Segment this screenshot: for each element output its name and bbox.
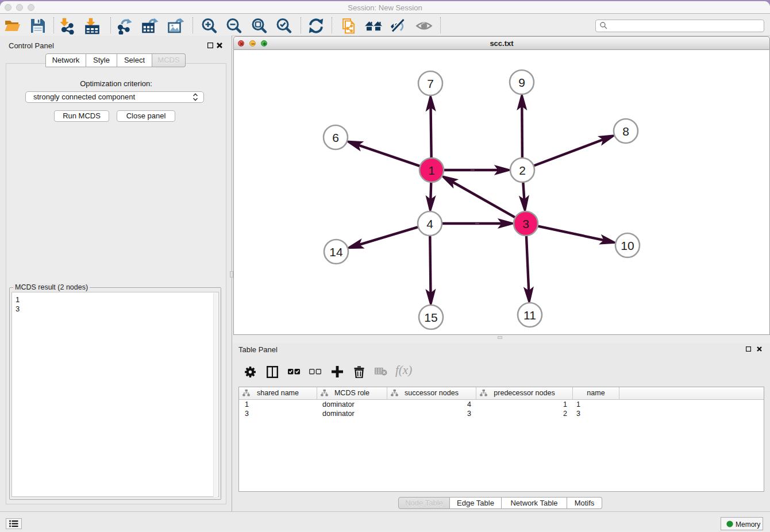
svg-text:7: 7 [427,77,434,90]
svg-text:6: 6 [332,131,339,144]
svg-text:10: 10 [621,239,634,252]
svg-text:4: 4 [426,217,433,230]
svg-text:3: 3 [522,217,529,230]
svg-text:11: 11 [523,309,536,322]
svg-text:14: 14 [329,245,343,259]
svg-text:2: 2 [519,164,526,177]
svg-text:8: 8 [622,125,629,138]
svg-text:1: 1 [428,164,435,177]
svg-text:15: 15 [424,311,437,324]
svg-text:9: 9 [518,76,525,89]
